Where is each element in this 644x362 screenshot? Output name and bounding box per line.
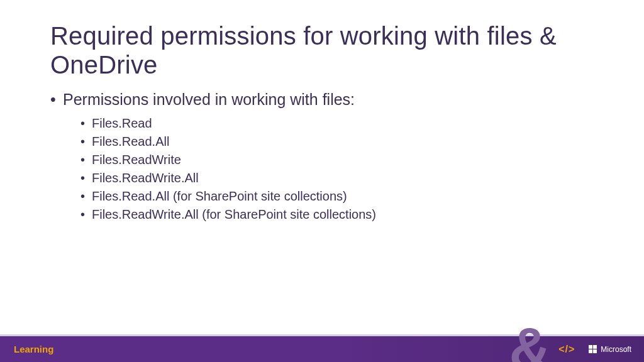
- list-item: Files.ReadWrite: [80, 151, 595, 169]
- ampersand-decoration: &: [509, 319, 551, 362]
- bullet-heading-item: Permissions involved in working with fil…: [50, 89, 595, 224]
- list-item-label: Files.ReadWrite.All (for SharePoint site…: [92, 207, 376, 221]
- list-item-label: Files.Read.All: [92, 134, 169, 148]
- top-bullet-list: Permissions involved in working with fil…: [50, 89, 595, 224]
- footer-right-group: </> Microsoft: [558, 344, 631, 355]
- list-item: Files.Read.All: [80, 133, 595, 151]
- sub-bullet-list: Files.Read Files.Read.All Files.ReadWrit…: [80, 114, 595, 224]
- slide-title: Required permissions for working with fi…: [50, 21, 595, 79]
- list-item: Files.ReadWrite.All: [80, 169, 595, 187]
- list-item-label: Files.Read.All (for SharePoint site coll…: [92, 189, 347, 203]
- footer-left-label: Learning: [14, 344, 53, 354]
- bullet-heading-text: Permissions involved in working with fil…: [63, 90, 355, 108]
- list-item: Files.ReadWrite.All (for SharePoint site…: [80, 206, 595, 224]
- microsoft-grid-icon: [589, 345, 597, 353]
- code-icon: </>: [558, 344, 575, 355]
- list-item-label: Files.ReadWrite.All: [92, 171, 199, 185]
- slide-body: Required permissions for working with fi…: [0, 0, 644, 362]
- microsoft-logo: Microsoft: [589, 345, 631, 354]
- list-item-label: Files.ReadWrite: [92, 153, 181, 167]
- list-item: Files.Read: [80, 114, 595, 133]
- list-item-label: Files.Read: [92, 116, 152, 130]
- microsoft-label: Microsoft: [601, 345, 631, 354]
- list-item: Files.Read.All (for SharePoint site coll…: [80, 187, 595, 206]
